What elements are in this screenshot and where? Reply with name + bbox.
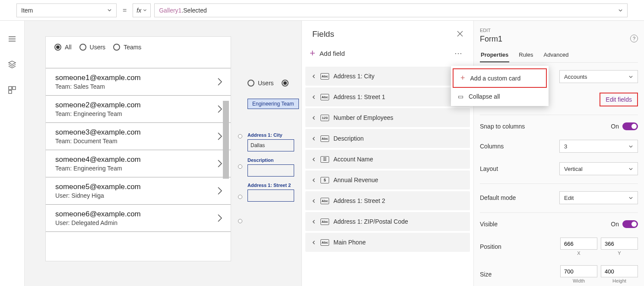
tab-properties[interactable]: Properties [480,51,509,62]
selection-handle-icon[interactable] [238,219,242,223]
scrollbar-thumb[interactable] [223,101,229,179]
field-row[interactable]: Address 1: Street 2 [305,191,470,210]
field-row-label: Address 1: ZIP/Postal Code [333,218,408,225]
collapse-all-item[interactable]: ▭ Collapse all [451,89,549,104]
snap-columns-toggle[interactable]: On [611,122,638,130]
radio-all[interactable]: All [54,44,72,51]
close-icon[interactable] [457,31,463,38]
selection-handle-icon[interactable] [238,164,242,169]
field-row[interactable]: Address 1: Street 1 [305,87,470,106]
chevron-right-icon [217,186,223,196]
fx-button[interactable]: fx [133,3,151,17]
fields-list: Address 1: CityAddress 1: Street 1Number… [302,67,473,252]
control-title: Form1 [480,35,638,44]
fields-panel-title: Fields [312,29,334,39]
list-item-sub: User: Delegated Admin [55,219,141,226]
equals-sign: = [120,6,129,14]
list-item[interactable]: someone2@example.comTeam: Engineering Te… [46,96,231,123]
field-type-icon [320,94,329,100]
property-selector[interactable]: Item [16,3,117,17]
context-menu: + Add a custom card ▭ Collapse all [451,66,549,106]
field-type-icon [320,135,329,142]
list-item[interactable]: someone3@example.comTeam: Document Team [46,123,231,150]
field-type-icon [320,177,329,183]
list-item[interactable]: someone6@example.comUser: Delegated Admi… [46,205,231,232]
selection-handle-icon[interactable] [238,195,242,199]
components-icon[interactable] [8,86,16,96]
radio-users[interactable]: Users [79,44,106,51]
formula-token-object: Gallery1 [159,7,181,14]
selection-handle-icon[interactable] [238,134,242,138]
chevron-down-icon [628,196,633,200]
axis-label: Y [601,251,638,256]
field-row[interactable]: Address 1: ZIP/Postal Code [305,212,470,231]
chevron-right-icon [217,213,223,223]
position-x-input[interactable] [560,238,597,250]
list-item[interactable]: someone1@example.comTeam: Sales Team [46,68,231,96]
add-field-button[interactable]: + Add field [310,48,345,59]
size-width-input[interactable] [560,265,597,277]
field-row[interactable]: Number of Employees [305,108,470,127]
radio-users[interactable]: Users [247,80,274,87]
toggle-state: On [611,123,619,130]
list-item[interactable]: someone4@example.comTeam: Engineering Te… [46,150,231,177]
list-item-email: someone1@example.com [55,74,141,82]
chevron-right-icon [217,77,223,87]
team-chip[interactable]: Engineering Team [247,99,299,109]
more-icon[interactable]: ⋯ [454,48,463,58]
radio-label: Users [90,44,106,51]
field-row[interactable]: Main Phone [305,233,470,252]
add-custom-card-item[interactable]: + Add a custom card [453,68,547,88]
form-field-input[interactable]: Dallas [247,139,294,151]
list-item-email: someone3@example.com [55,128,141,137]
plus-icon: + [460,74,465,83]
edit-fields-link[interactable]: Edit fields [600,93,638,106]
field-type-icon [320,156,329,163]
radio-teams[interactable] [282,80,289,87]
visible-toggle[interactable]: On [611,220,638,228]
position-y-input[interactable] [601,238,638,250]
default-mode-dropdown[interactable]: Edit [559,191,638,204]
data-source-value: Accounts [564,74,587,80]
list-item-email: someone2@example.com [55,101,141,109]
visible-label: Visible [480,221,498,228]
layout-dropdown[interactable]: Vertical [559,162,638,175]
property-selector-label: Item [21,7,33,14]
field-row[interactable]: Description [305,129,470,148]
chevron-down-icon [311,136,316,141]
gallery-control[interactable]: All Users Teams someone1@example.comTeam… [45,36,231,261]
form-field-input[interactable] [247,190,294,202]
chevron-right-icon [217,132,223,141]
hamburger-icon[interactable] [8,35,16,45]
columns-dropdown[interactable]: 3 [559,140,638,153]
svg-marker-3 [9,61,16,64]
list-item-email: someone5@example.com [55,183,141,191]
layers-icon[interactable] [8,60,16,70]
field-type-icon [320,115,329,121]
gallery-filter-row: All Users Teams [46,37,231,58]
chevron-down-icon [311,116,316,120]
list-item[interactable]: someone5@example.comUser: Sidney Higa [46,177,231,205]
layout-label: Layout [480,165,498,172]
form-field-input[interactable] [247,164,294,177]
tab-rules[interactable]: Rules [518,51,534,62]
field-type-icon [320,239,329,246]
data-source-dropdown[interactable]: Accounts [559,70,638,83]
chevron-down-icon [143,8,147,12]
tab-advanced[interactable]: Advanced [543,51,570,62]
svg-rect-6 [9,90,12,93]
field-row[interactable]: Account Name [305,150,470,169]
field-row-label: Number of Employees [333,114,393,121]
chevron-down-icon [311,199,316,203]
chevron-down-icon [311,219,316,224]
help-icon[interactable]: ? [630,35,638,42]
formula-input[interactable]: Gallery1.Selected [154,3,628,17]
size-height-input[interactable] [601,265,638,277]
menu-item-label: Add a custom card [470,75,521,82]
field-row[interactable]: Annual Revenue [305,170,470,190]
fields-panel: Fields + Add field ⋯ Address 1: CityAddr… [301,21,473,286]
axis-label: X [560,251,597,256]
svg-rect-5 [13,87,16,90]
field-row[interactable]: Address 1: City [305,67,470,86]
radio-teams[interactable]: Teams [113,44,141,51]
